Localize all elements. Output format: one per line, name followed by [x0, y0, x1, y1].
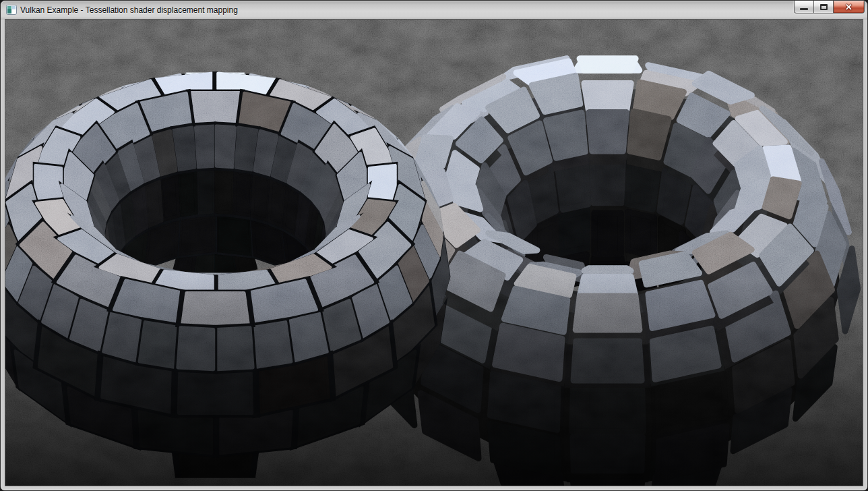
application-icon[interactable]	[6, 5, 17, 16]
titlebar[interactable]: Vulkan Example - Tessellation shader dis…	[1, 1, 867, 20]
bottom-falloff-shade	[5, 20, 863, 486]
window-title: Vulkan Example - Tessellation shader dis…	[20, 5, 238, 16]
maximize-icon	[820, 4, 828, 10]
caption-buttons: ✕	[794, 1, 865, 14]
app-window: Vulkan Example - Tessellation shader dis…	[0, 0, 868, 491]
tessellation-render	[5, 20, 863, 486]
minimize-button[interactable]	[794, 1, 813, 13]
maximize-button[interactable]	[813, 1, 833, 13]
minimize-icon	[800, 8, 808, 10]
render-viewport[interactable]	[5, 20, 863, 486]
close-icon: ✕	[845, 3, 852, 11]
close-button[interactable]: ✕	[833, 1, 865, 13]
